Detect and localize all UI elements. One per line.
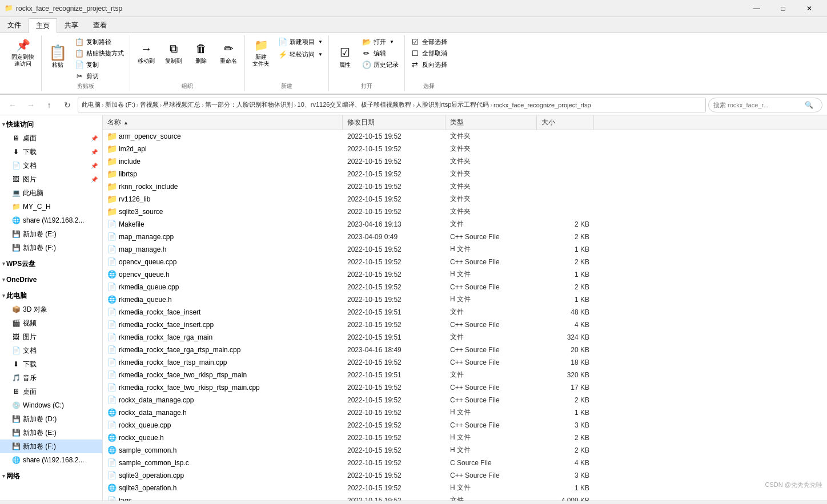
move-to-button[interactable]: → 移动到 bbox=[134, 37, 159, 68]
select-all-button[interactable]: ☑ 全部选择 bbox=[408, 37, 449, 47]
file-row[interactable]: 📄 rkmedia_rockx_face_insert 2022-10-15 1… bbox=[103, 306, 827, 318]
sidebar-item-docs[interactable]: 📄 文档 📌 bbox=[0, 159, 102, 172]
copy-to-button[interactable]: ⧉ 复制到 bbox=[161, 37, 186, 68]
file-row[interactable]: 📄 rkmedia_rockx_face_insert.cpp 2022-10-… bbox=[103, 318, 827, 331]
refresh-button[interactable]: ↻ bbox=[59, 97, 75, 113]
file-row[interactable]: 📁 arm_opencv_source 2022-10-15 19:52 文件夹 bbox=[103, 130, 827, 143]
sidebar-item-desktop[interactable]: 🖥 桌面 📌 bbox=[0, 131, 102, 145]
sidebar-header-onedrive[interactable]: ▾ OneDrive bbox=[0, 273, 102, 287]
sidebar-item-share192[interactable]: 🌐 share (\\192.168.2... bbox=[0, 213, 102, 227]
file-row[interactable]: 📄 rkmedia_rockx_face_rtsp_main.cpp 2022-… bbox=[103, 356, 827, 369]
easy-access-button[interactable]: ⚡ 轻松访问 ▼ bbox=[276, 49, 325, 59]
sidebar-item-dt[interactable]: 🖥 桌面 bbox=[0, 385, 102, 398]
sidebar-item-3d[interactable]: 📦 3D 对象 bbox=[0, 303, 102, 316]
file-row[interactable]: 📄 rkmedia_rockx_face_rga_rtsp_main.cpp 2… bbox=[103, 344, 827, 356]
copy-path-button[interactable]: 📋 复制路径 bbox=[73, 37, 126, 47]
file-row[interactable]: 📄 map_manage.h 2022-10-15 19:52 H 文件 1 K… bbox=[103, 243, 827, 256]
new-item-button[interactable]: 📄 新建项目 ▼ bbox=[276, 37, 325, 47]
sidebar-item-drivef2[interactable]: 💾 新加卷 (F:) bbox=[0, 440, 102, 453]
file-row[interactable]: 📁 sqlite3_source 2022-10-15 19:52 文件夹 bbox=[103, 205, 827, 218]
col-header-name[interactable]: 名称▲ bbox=[103, 115, 343, 130]
file-row[interactable]: 📄 rkmedia_queue.cpp 2022-10-15 19:52 C++… bbox=[103, 281, 827, 293]
sidebar-header-quickaccess[interactable]: ▾ 快速访问 bbox=[0, 118, 102, 131]
file-row[interactable]: 🌐 sample_common.h 2022-10-15 19:52 H 文件 … bbox=[103, 444, 827, 457]
sidebar-item-video[interactable]: 🎬 视频 bbox=[0, 316, 102, 330]
tab-home[interactable]: 主页 bbox=[29, 18, 57, 33]
invert-selection-button[interactable]: ⇄ 反向选择 bbox=[408, 59, 449, 70]
maximize-button[interactable]: □ bbox=[770, 0, 796, 17]
history-button[interactable]: 🕐 历史记录 bbox=[360, 59, 401, 70]
pin-to-quickaccess-button[interactable]: 📌 固定到快速访问 bbox=[8, 37, 38, 68]
file-row[interactable]: 📄 opencv_queue.cpp 2022-10-15 19:52 C++ … bbox=[103, 256, 827, 268]
file-row[interactable]: 📄 rockx_queue.cpp 2022-10-15 19:52 C++ S… bbox=[103, 419, 827, 432]
sidebar-item-drive-f[interactable]: 💾 新加卷 (F:) bbox=[0, 241, 102, 255]
dt-icon: 🖥 bbox=[11, 387, 21, 396]
file-row[interactable]: 📄 rkmedia_rockx_face_rga_main 2022-10-15… bbox=[103, 331, 827, 344]
sidebar-item-thispc[interactable]: 💻 此电脑 bbox=[0, 186, 102, 200]
sidebar-item-drivee2[interactable]: 💾 新加卷 (E:) bbox=[0, 426, 102, 440]
sidebar-item-music[interactable]: 🎵 音乐 bbox=[0, 371, 102, 385]
sidebar-item-drive-e[interactable]: 💾 新加卷 (E:) bbox=[0, 227, 102, 241]
tab-share[interactable]: 共享 bbox=[57, 18, 86, 33]
file-row[interactable]: 📁 im2d_api 2022-10-15 19:52 文件夹 bbox=[103, 143, 827, 155]
sidebar-item-winc[interactable]: 💿 Windows (C:) bbox=[0, 398, 102, 412]
sidebar-item-downloads[interactable]: ⬇ 下载 📌 bbox=[0, 145, 102, 159]
file-list-container[interactable]: 名称▲ 修改日期 类型 大小 📁 arm_opencv_source 2022-… bbox=[103, 115, 827, 501]
file-row[interactable]: 📄 sqlite3_operation.cpp 2022-10-15 19:52… bbox=[103, 469, 827, 482]
file-row[interactable]: 📄 Makefile 2023-04-16 19:13 文件 2 KB bbox=[103, 218, 827, 231]
edit-button[interactable]: ✏ 编辑 bbox=[360, 48, 401, 58]
sidebar-section-network: ▾ 网络 bbox=[0, 469, 102, 483]
sidebar-item-drived[interactable]: 💾 新加卷 (D:) bbox=[0, 412, 102, 426]
col-header-size[interactable]: 大小 bbox=[537, 115, 594, 130]
file-row[interactable]: 📁 librtsp 2022-10-15 19:52 文件夹 bbox=[103, 168, 827, 180]
file-name: 📁 librtsp bbox=[103, 168, 343, 180]
tab-view[interactable]: 查看 bbox=[86, 18, 114, 33]
file-name: 🌐 opencv_queue.h bbox=[103, 268, 343, 280]
copy-button[interactable]: 📄 复制 bbox=[73, 59, 126, 70]
rename-button[interactable]: ✏ 重命名 bbox=[216, 37, 241, 68]
address-path[interactable]: 此电脑 › 新加卷 (F:) › 音视频 › 星球视频汇总 › 第一部分：人脸识… bbox=[78, 98, 706, 112]
file-row[interactable]: 📄 sample_common_isp.c 2022-10-15 19:52 C… bbox=[103, 457, 827, 469]
file-row[interactable]: 🌐 opencv_queue.h 2022-10-15 19:52 H 文件 1… bbox=[103, 268, 827, 281]
sidebar-header-wps[interactable]: ▾ WPS云盘 bbox=[0, 257, 102, 271]
file-row[interactable]: 📄 rkmedia_rockx_face_two_rkisp_rtsp_main… bbox=[103, 381, 827, 394]
file-row[interactable]: 📄 rkmedia_rockx_face_two_rkisp_rtsp_main… bbox=[103, 369, 827, 381]
col-header-date[interactable]: 修改日期 bbox=[343, 115, 445, 130]
forward-button[interactable]: → bbox=[23, 97, 39, 113]
file-row[interactable]: 📁 rv1126_lib 2022-10-15 19:52 文件夹 bbox=[103, 193, 827, 205]
sidebar-header-computer[interactable]: ▾ 此电脑 bbox=[0, 289, 102, 303]
file-row[interactable]: 📄 map_manage.cpp 2023-04-09 0:49 C++ Sou… bbox=[103, 231, 827, 243]
sidebar-item-share2[interactable]: 🌐 share (\\192.168.2... bbox=[0, 453, 102, 467]
file-row[interactable]: 🌐 rockx_queue.h 2022-10-15 19:52 H 文件 2 … bbox=[103, 432, 827, 444]
open-button[interactable]: 📂 打开 ▼ bbox=[360, 37, 401, 47]
tab-file[interactable]: 文件 bbox=[0, 18, 29, 33]
col-header-type[interactable]: 类型 bbox=[445, 115, 537, 130]
file-row[interactable]: 📁 include 2022-10-15 19:52 文件夹 bbox=[103, 155, 827, 168]
paste-shortcut-button[interactable]: 📋 粘贴快捷方式 bbox=[73, 48, 126, 58]
back-button[interactable]: ← bbox=[5, 97, 21, 113]
file-row[interactable]: 🌐 rockx_data_manage.h 2022-10-15 19:52 H… bbox=[103, 406, 827, 419]
delete-button[interactable]: 🗑 删除 bbox=[188, 37, 214, 68]
sidebar-item-documents[interactable]: 📄 文档 bbox=[0, 344, 102, 357]
close-button[interactable]: ✕ bbox=[796, 0, 822, 17]
sidebar-pics-label: 图片 bbox=[23, 332, 98, 342]
paste-button[interactable]: 📋 粘贴 bbox=[45, 37, 70, 76]
new-folder-button[interactable]: 📁 新建文件夹 bbox=[248, 37, 274, 68]
sidebar-item-pics[interactable]: 🖼 图片 bbox=[0, 330, 102, 344]
sidebar-item-mych[interactable]: 📁 MY_C_H bbox=[0, 200, 102, 213]
file-row[interactable]: 📄 rockx_data_manage.cpp 2022-10-15 19:52… bbox=[103, 394, 827, 406]
up-button[interactable]: ↑ bbox=[41, 97, 57, 113]
cut-button[interactable]: ✂ 剪切 bbox=[73, 71, 126, 81]
minimize-button[interactable]: — bbox=[744, 0, 770, 17]
search-box[interactable]: 🔍 bbox=[708, 98, 822, 112]
file-row[interactable]: 📁 rknn_rockx_include 2022-10-15 19:52 文件… bbox=[103, 180, 827, 193]
deselect-all-button[interactable]: ☐ 全部取消 bbox=[408, 48, 449, 58]
file-row[interactable]: 📄 tags 2022-10-15 19:52 文件 4,009 KB bbox=[103, 494, 827, 501]
properties-button[interactable]: ☑ 属性 bbox=[332, 37, 358, 76]
file-row[interactable]: 🌐 sqlite3_operation.h 2022-10-15 19:52 H… bbox=[103, 482, 827, 494]
sidebar-item-dl[interactable]: ⬇ 下载 bbox=[0, 357, 102, 371]
file-row[interactable]: 🌐 rkmedia_queue.h 2022-10-15 19:52 H 文件 … bbox=[103, 293, 827, 306]
sidebar-header-network[interactable]: ▾ 网络 bbox=[0, 469, 102, 483]
sidebar-item-pictures[interactable]: 🖼 图片 📌 bbox=[0, 172, 102, 186]
search-input[interactable] bbox=[713, 102, 805, 108]
